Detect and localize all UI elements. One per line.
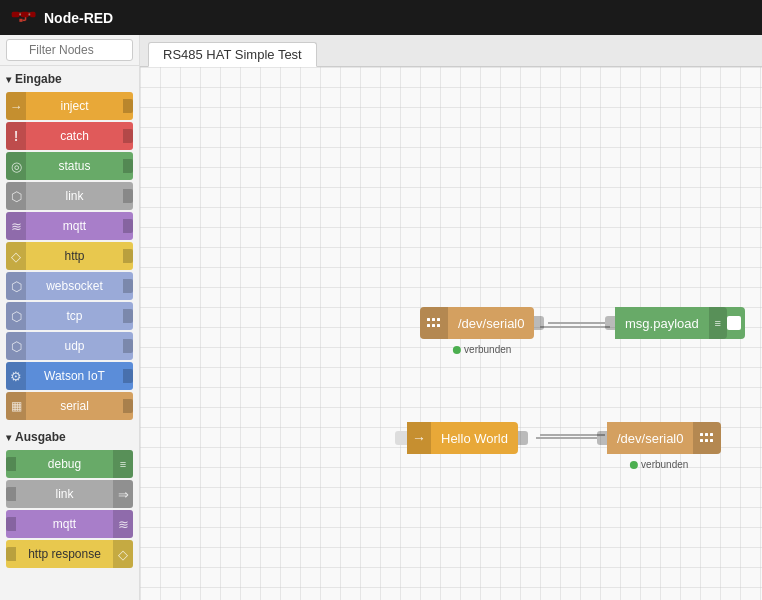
filter-bar: 🔍: [0, 35, 139, 66]
sidebar-item-tcp[interactable]: ⬡ tcp: [6, 302, 133, 330]
canvas[interactable]: /dev/serial0 verbunden msg.payload ≡: [140, 67, 762, 600]
sidebar-item-http-response[interactable]: http response ◇: [6, 540, 133, 568]
link-out-label: link: [16, 487, 113, 501]
watson-port-right: [123, 369, 133, 383]
link-port-right: [123, 189, 133, 203]
sidebar-nodes: ▾ Eingabe → inject ! catch: [0, 66, 139, 600]
hello-world-port-right[interactable]: [518, 431, 528, 445]
flow-node-serial-in[interactable]: /dev/serial0 verbunden: [420, 307, 544, 339]
flow-node-hello-world[interactable]: → Hello World: [395, 422, 528, 454]
inject-label: inject: [26, 99, 123, 113]
canvas-area: RS485 HAT Simple Test: [140, 35, 762, 600]
serial-out-verbunden: verbunden: [630, 459, 688, 470]
debug-menu-icon: ≡: [113, 450, 133, 478]
serial-in-verbunden-text: verbunden: [464, 344, 511, 355]
tab-bar: RS485 HAT Simple Test: [140, 35, 762, 67]
status-port-right: [123, 159, 133, 173]
sidebar-item-status[interactable]: ◎ status: [6, 152, 133, 180]
svg-rect-5: [30, 11, 35, 16]
websocket-port-right: [123, 279, 133, 293]
chevron-ausgabe-icon: ▾: [6, 432, 11, 443]
http-response-port-left: [6, 547, 16, 561]
svg-rect-8: [427, 318, 430, 321]
svg-rect-18: [705, 439, 708, 442]
tcp-icon: ⬡: [6, 302, 26, 330]
mqtt-icon: ≋: [6, 212, 26, 240]
hello-world-port-left[interactable]: [395, 431, 407, 445]
sidebar-item-link-out[interactable]: link ⇒: [6, 480, 133, 508]
serial-out-icon: [693, 422, 721, 454]
http-port-right: [123, 249, 133, 263]
sidebar-item-link[interactable]: ⬡ link: [6, 182, 133, 210]
http-label: http: [26, 249, 123, 263]
sidebar-item-serial[interactable]: ▦ serial: [6, 392, 133, 420]
serial-out-label: /dev/serial0: [607, 431, 693, 446]
inject-icon: →: [6, 92, 26, 120]
main-layout: 🔍 ▾ Eingabe → inject !: [0, 35, 762, 600]
serial-sidebar-label: serial: [26, 399, 123, 413]
sidebar-item-mqtt-out[interactable]: mqtt ≋: [6, 510, 133, 538]
svg-rect-10: [437, 318, 440, 321]
section-ausgabe-header[interactable]: ▾ Ausgabe: [0, 426, 139, 448]
msg-payload-port-left[interactable]: [605, 316, 615, 330]
hello-world-icon: →: [407, 422, 431, 454]
section-ausgabe-label: Ausgabe: [15, 430, 66, 444]
sidebar-item-inject[interactable]: → inject: [6, 92, 133, 120]
link-icon: ⬡: [6, 182, 26, 210]
svg-rect-17: [700, 439, 703, 442]
flow-node-msg-payload[interactable]: msg.payload ≡: [605, 307, 745, 339]
serial-in-port-right[interactable]: [534, 316, 544, 330]
svg-rect-14: [700, 433, 703, 436]
sidebar-item-http[interactable]: ◇ http: [6, 242, 133, 270]
svg-rect-11: [427, 324, 430, 327]
serial-sidebar-icon: ▦: [6, 392, 26, 420]
msg-payload-debug-btn[interactable]: [727, 316, 741, 330]
mqtt-label: mqtt: [26, 219, 123, 233]
logo: Node-RED: [10, 8, 113, 28]
http-icon: ◇: [6, 242, 26, 270]
mqtt-port-right: [123, 219, 133, 233]
serial-in-verbunden: verbunden: [453, 344, 511, 355]
sidebar-item-debug[interactable]: debug ≡: [6, 450, 133, 478]
serial-sidebar-port-right: [123, 399, 133, 413]
node-red-logo-icon: [10, 8, 38, 28]
svg-rect-9: [432, 318, 435, 321]
svg-rect-3: [12, 11, 20, 16]
debug-port-left: [6, 457, 16, 471]
udp-icon: ⬡: [6, 332, 26, 360]
serial-out-verbunden-text: verbunden: [641, 459, 688, 470]
app-title: Node-RED: [44, 10, 113, 26]
svg-rect-15: [705, 433, 708, 436]
sidebar-item-udp[interactable]: ⬡ udp: [6, 332, 133, 360]
svg-rect-4: [21, 11, 29, 16]
link-out-icon: ⇒: [113, 480, 133, 508]
sidebar-item-mqtt[interactable]: ≋ mqtt: [6, 212, 133, 240]
msg-payload-menu[interactable]: ≡: [709, 307, 727, 339]
flow-node-serial-out[interactable]: /dev/serial0 verbunden: [597, 422, 721, 454]
tab-rs485-test[interactable]: RS485 HAT Simple Test: [148, 42, 317, 67]
sidebar-item-watson-iot[interactable]: ⚙ Watson IoT: [6, 362, 133, 390]
sidebar-item-catch[interactable]: ! catch: [6, 122, 133, 150]
catch-label: catch: [26, 129, 123, 143]
status-label: status: [26, 159, 123, 173]
section-eingabe-header[interactable]: ▾ Eingabe: [0, 68, 139, 90]
link-out-port-left: [6, 487, 16, 501]
serial-in-status-dot: [453, 346, 461, 354]
catch-icon: !: [6, 122, 26, 150]
topbar: Node-RED: [0, 0, 762, 35]
serial-in-svg-icon: [426, 315, 442, 331]
inject-port-right: [123, 99, 133, 113]
http-response-label: http response: [16, 547, 113, 561]
mqtt-out-port-left: [6, 517, 16, 531]
tcp-label: tcp: [26, 309, 123, 323]
filter-input[interactable]: [6, 39, 133, 61]
svg-rect-16: [710, 433, 713, 436]
catch-port-right: [123, 129, 133, 143]
serial-out-port-left[interactable]: [597, 431, 607, 445]
chevron-eingabe-icon: ▾: [6, 74, 11, 85]
websocket-label: websocket: [26, 279, 123, 293]
watson-label: Watson IoT: [26, 369, 123, 383]
sidebar-item-websocket[interactable]: ⬡ websocket: [6, 272, 133, 300]
svg-rect-19: [710, 439, 713, 442]
tcp-port-right: [123, 309, 133, 323]
